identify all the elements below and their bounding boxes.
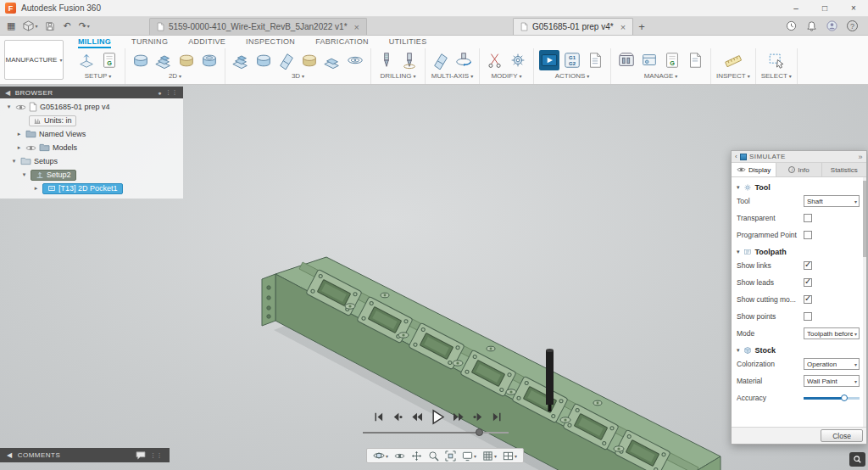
tree-row-units[interactable]: Units: in [0,114,183,127]
play-button[interactable] [430,409,446,425]
steep-and-shallow-icon[interactable] [276,50,297,70]
comments-bar[interactable]: ◀ COMMENTS ⋮⋮ [0,448,170,462]
timeline-handle[interactable] [476,428,483,436]
post-process-icon[interactable]: G1G2 [562,50,582,70]
viewports-icon[interactable]: ▾ [501,450,519,462]
redo-icon[interactable]: ↷▾ [79,20,90,31]
display-settings-icon[interactable]: ▾ [460,450,478,462]
scrollbar-thumb[interactable] [863,181,866,257]
post-library-icon[interactable]: G [662,50,682,70]
zoom-icon[interactable] [426,450,441,462]
document-tab-wire-exit[interactable]: 5159-0000-410_Wire-Exit_RevB_5Jan2022 v1… [149,18,367,35]
tab-inspection[interactable]: INSPECTION [246,36,295,48]
group-label-inspect[interactable]: INSPECT▾ [716,72,750,80]
group-label-modify[interactable]: MODIFY▾ [491,72,521,80]
section-header-tool[interactable]: ▾ Tool [737,183,860,192]
transparent-checkbox[interactable] [804,214,812,222]
visibility-eye-icon[interactable] [25,144,36,152]
2d-contour-icon[interactable] [199,50,220,70]
simulate-icon[interactable] [539,50,559,70]
accuracy-slider[interactable] [804,394,860,402]
parallel-icon[interactable] [299,50,320,70]
new-setup-icon[interactable] [76,50,97,70]
tab-utilities[interactable]: UTILITIES [389,36,427,48]
help-icon[interactable]: ? [847,20,858,31]
spiral-icon[interactable] [345,50,365,70]
show-points-checkbox[interactable] [804,312,812,321]
group-label-3d[interactable]: 3D▾ [292,72,304,80]
group-label-2d[interactable]: 2D▾ [169,72,181,80]
document-tab-g051685[interactable]: G051685-01 prep v4* × [513,18,633,35]
expand-icon[interactable]: ▾ [10,158,18,165]
expand-icon[interactable]: ▾ [20,171,28,178]
undo-icon[interactable]: ↶ [63,20,70,31]
setup-chip[interactable]: Setup2 [31,170,76,181]
save-icon[interactable] [45,21,55,31]
group-label-manage[interactable]: MANAGE▾ [644,72,678,80]
group-label-drilling[interactable]: DRILLING▾ [381,72,416,80]
window-select-icon[interactable] [766,50,787,70]
2d-adaptive-icon[interactable] [153,50,174,70]
measure-icon[interactable] [723,50,743,70]
panel-grip-icon[interactable]: ⋮⋮ [165,89,178,96]
panel-pin-icon[interactable]: ● [158,90,162,96]
close-button[interactable]: Close [821,429,863,442]
collapse-comments-icon[interactable]: ◀ [7,451,13,459]
show-cutting-moves-checkbox[interactable] [804,295,812,304]
collapse-section-icon[interactable]: ▾ [737,184,740,191]
go-to-end-button[interactable] [492,411,503,422]
file-menu-icon[interactable]: ▾ [23,20,37,31]
colorization-select[interactable]: Operation ▾ [804,358,860,370]
tab-milling[interactable]: MILLING [78,36,111,48]
setup-sheet-icon[interactable] [585,50,605,70]
collapse-browser-icon[interactable]: ◀ [5,89,11,97]
tool-library-icon[interactable] [616,50,637,70]
previous-operation-button[interactable] [391,411,403,422]
notifications-bell-icon[interactable] [806,20,817,31]
show-links-checkbox[interactable] [804,261,812,270]
close-window-button[interactable]: × [839,0,868,16]
next-operation-button[interactable] [472,411,485,422]
simulate-header[interactable]: ‹ SIMULATE » [732,151,866,163]
tool-select[interactable]: Shaft ▾ [804,195,860,207]
minimize-button[interactable]: – [782,0,810,16]
expand-icon[interactable]: ▸ [32,185,40,192]
look-at-icon[interactable] [392,452,407,460]
material-select[interactable]: Wall Paint ▾ [804,375,860,387]
expand-icon[interactable]: ▸ [15,131,23,137]
tab-fabrication[interactable]: FABRICATION [315,36,369,48]
maximize-button[interactable]: □ [810,0,839,16]
collapse-section-icon[interactable]: ▾ [737,249,740,255]
tab-statistics[interactable]: Statistics [822,163,866,176]
2d-pocket-icon[interactable] [176,50,197,70]
visibility-eye-icon[interactable] [15,104,26,111]
profile-avatar-icon[interactable] [826,20,837,31]
job-status-clock-icon[interactable] [786,20,797,31]
rotary-icon[interactable] [453,50,474,70]
face-icon[interactable] [131,50,151,70]
group-label-actions[interactable]: ACTIONS▾ [555,72,590,80]
dock-panel-icon[interactable]: » [859,153,863,161]
cutting-tool[interactable] [546,349,554,411]
bore-icon[interactable] [399,50,420,70]
expand-icon[interactable]: ▸ [15,144,23,151]
collapse-section-icon[interactable]: ▾ [737,347,740,354]
edit-toolpath-icon[interactable] [508,50,528,70]
ramp-icon[interactable] [322,50,342,70]
browser-header[interactable]: ◀ BROWSER ●⋮⋮ [0,87,183,98]
show-leads-checkbox[interactable] [804,278,812,287]
close-tab-icon[interactable]: × [354,22,359,32]
pocket-clearing-icon[interactable] [253,50,274,70]
data-panel-grid-icon[interactable]: ▦ [7,20,15,31]
collapse-panel-icon[interactable]: ‹ [735,153,737,160]
section-header-stock[interactable]: ▾ Stock [737,346,860,355]
mode-select[interactable]: Toolpath before ... ▾ [804,327,860,339]
workspace-selector[interactable]: MANUFACTURE ▾ [4,40,64,80]
tab-info[interactable]: i Info [776,163,821,176]
tree-row-2d-pocket1[interactable]: ▸ [T13] 2D Pocket1 [0,182,183,195]
fit-icon[interactable] [443,450,458,462]
panel-scrollbar[interactable] [863,177,866,427]
go-to-start-button[interactable] [373,411,384,422]
group-label-select[interactable]: SELECT▾ [761,72,792,80]
pan-icon[interactable] [409,450,424,462]
